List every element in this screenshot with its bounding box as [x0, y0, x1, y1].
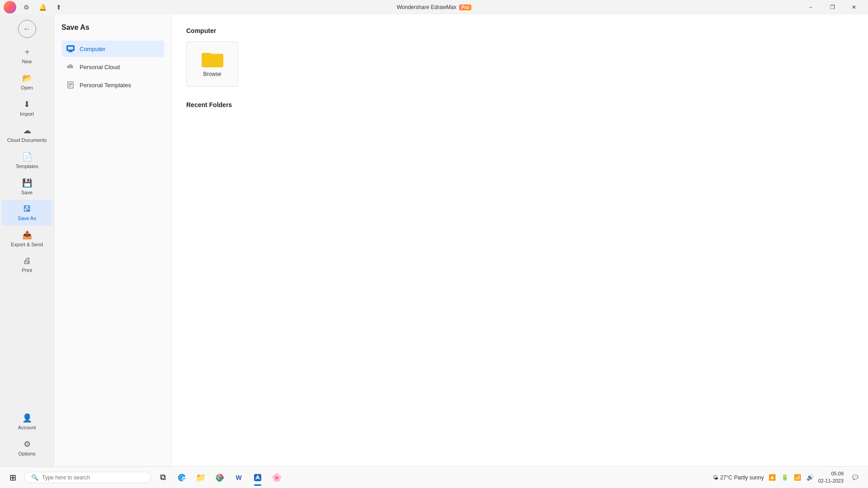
middle-panel: Save As Computer Personal Cloud [54, 14, 172, 466]
browse-label: Browse [203, 71, 221, 77]
export-icon: 📤 [22, 230, 32, 240]
taskbar-app-edge[interactable] [173, 469, 191, 487]
personal-cloud-icon [66, 62, 75, 71]
close-button[interactable]: ✕ [844, 0, 864, 14]
save-option-computer[interactable]: Computer [61, 41, 164, 57]
recent-folders-title: Recent Folders [186, 101, 854, 108]
folder-icon [202, 51, 223, 67]
sidebar-item-import[interactable]: ⬇ Import [2, 95, 52, 121]
app-name: Wondershare EdrawMax [397, 4, 457, 10]
new-icon: ＋ [23, 46, 31, 57]
sidebar-narrow: ← ＋ New 📂 Open ⬇ Import ☁ Cloud Document… [0, 14, 54, 466]
svg-rect-3 [69, 51, 72, 52]
sidebar-item-account[interactable]: 👤 Account [2, 408, 52, 435]
minimize-button[interactable]: − [800, 0, 821, 14]
search-input[interactable] [42, 474, 144, 481]
sidebar-item-save-as-label: Save As [18, 216, 36, 221]
svg-rect-4 [68, 52, 73, 52]
sidebar-item-save-label: Save [21, 190, 33, 195]
save-option-templates-label: Personal Templates [80, 82, 131, 89]
save-icon: 💾 [22, 178, 32, 188]
volume-icon[interactable]: 🔊 [805, 473, 816, 482]
sidebar-item-print-label: Print [22, 267, 32, 273]
app-container: ← ＋ New 📂 Open ⬇ Import ☁ Cloud Document… [0, 14, 868, 466]
chevron-up-icon[interactable]: 🔼 [767, 473, 778, 482]
cloud-docs-icon: ☁ [23, 126, 31, 136]
start-button[interactable]: ⊞ [4, 469, 22, 487]
svg-rect-8 [69, 86, 71, 87]
save-option-personal-templates[interactable]: Personal Templates [61, 77, 164, 93]
computer-icon [66, 44, 75, 53]
taskbar-weather[interactable]: 🌤 27°C Partly sunny [713, 474, 764, 481]
save-option-cloud-label: Personal Cloud [80, 64, 120, 70]
start-icon: ⊞ [9, 473, 16, 483]
open-icon: 📂 [22, 73, 32, 83]
panel-title: Save As [61, 23, 164, 32]
templates-icon: 📄 [22, 152, 32, 162]
main-content: Computer Browse Recent Folders [172, 14, 868, 466]
svg-rect-6 [69, 83, 72, 84]
weather-icon: 🌤 [713, 474, 718, 481]
weather-condition: Partly sunny [734, 474, 764, 481]
taskbar-time-display: 05:09 [818, 470, 844, 477]
sidebar-bottom: 👤 Account ⚙ Options [0, 408, 54, 466]
taskbar-app-word[interactable]: W [230, 469, 248, 487]
sidebar-item-save-as[interactable]: 🖫 Save As [2, 200, 52, 225]
title-bar: Wondershare EdrawMax Pro ⚙ 🔔 ⬆ − ❐ ✕ [0, 0, 868, 14]
app-title: Wondershare EdrawMax Pro [397, 4, 472, 10]
taskbar-sys-icons: 🔼 🔋 📶 🔊 [767, 473, 816, 482]
sidebar-item-open-label: Open [21, 85, 33, 90]
taskbar-app-edraw[interactable] [249, 469, 267, 487]
save-as-icon: 🖫 [23, 204, 31, 214]
taskbar-app-file-explorer[interactable]: 📁 [192, 469, 210, 487]
sidebar-item-cloud-docs-label: Cloud Documents [7, 137, 47, 143]
browse-card[interactable]: Browse [186, 42, 238, 87]
taskbar-app-flowers[interactable]: 🌸 [268, 469, 286, 487]
taskbar-app-chrome[interactable] [211, 469, 229, 487]
title-bar-right-icons: ⚙ 🔔 ⬆ [4, 1, 65, 14]
options-icon: ⚙ [24, 439, 31, 449]
taskbar-search-bar[interactable]: 🔍 [24, 472, 151, 483]
sidebar-item-export-send-label: Export & Send [11, 242, 43, 247]
restore-button[interactable]: ❐ [822, 0, 843, 14]
sidebar-item-export-send[interactable]: 📤 Export & Send [2, 225, 52, 252]
sidebar-item-options-label: Options [19, 451, 36, 456]
taskbar-datetime[interactable]: 05:09 02-11-2023 [818, 470, 844, 484]
taskbar-apps: ⧉ 📁 W 🌸 [154, 469, 712, 487]
weather-temp: 27°C [720, 474, 732, 481]
taskbar: ⊞ 🔍 ⧉ 📁 W [0, 466, 868, 488]
svg-rect-2 [68, 47, 73, 50]
search-icon: 🔍 [31, 474, 38, 481]
sidebar-item-templates-label: Templates [15, 164, 38, 169]
notification-button[interactable]: 💬 [846, 469, 864, 487]
sidebar-item-new[interactable]: ＋ New [2, 42, 52, 69]
back-button[interactable]: ← [18, 20, 36, 38]
taskbar-app-task-view[interactable]: ⧉ [154, 469, 172, 487]
save-option-personal-cloud[interactable]: Personal Cloud [61, 59, 164, 75]
sidebar-item-open[interactable]: 📂 Open [2, 69, 52, 95]
settings-icon[interactable]: ⚙ [20, 1, 33, 14]
taskbar-date-display: 02-11-2023 [818, 478, 844, 484]
taskbar-right: 🌤 27°C Partly sunny 🔼 🔋 📶 🔊 05:09 02-11-… [713, 469, 864, 487]
wifi-icon[interactable]: 📶 [792, 473, 803, 482]
print-icon: 🖨 [23, 256, 31, 266]
sidebar-item-templates[interactable]: 📄 Templates [2, 147, 52, 174]
sidebar-item-options[interactable]: ⚙ Options [2, 435, 52, 461]
save-option-computer-label: Computer [80, 46, 105, 52]
import-icon: ⬇ [24, 99, 30, 109]
sidebar-item-save[interactable]: 💾 Save [2, 174, 52, 200]
sidebar-item-print[interactable]: 🖨 Print [2, 252, 52, 277]
sidebar-item-account-label: Account [18, 425, 36, 430]
personal-templates-icon [66, 80, 75, 89]
computer-section-title: Computer [186, 27, 854, 34]
battery-icon[interactable]: 🔋 [779, 473, 790, 482]
window-controls: − ❐ ✕ [800, 0, 864, 14]
share-icon[interactable]: ⬆ [52, 1, 65, 14]
user-avatar[interactable] [4, 1, 16, 14]
sidebar-item-new-label: New [22, 59, 32, 64]
sidebar-item-cloud-docs[interactable]: ☁ Cloud Documents [2, 121, 52, 147]
sidebar-item-import-label: Import [20, 111, 34, 117]
pro-badge: Pro [459, 5, 472, 10]
svg-rect-7 [69, 84, 72, 85]
bell-icon[interactable]: 🔔 [36, 1, 49, 14]
